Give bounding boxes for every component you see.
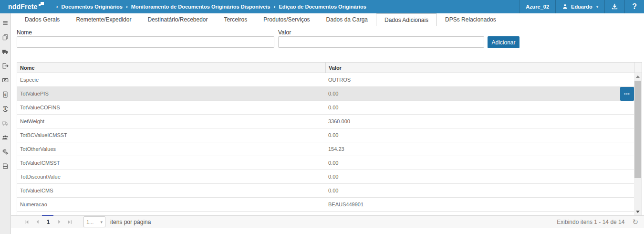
download-button[interactable]	[604, 0, 624, 13]
table-body: EspecieOUTROSTotValuePIS0.00•••TotValueC…	[17, 73, 642, 215]
tab-terceiros[interactable]: Terceiros	[216, 13, 256, 26]
sidebar-item-users[interactable]	[0, 130, 10, 145]
export-icon	[2, 63, 9, 69]
tabbar: Dados GeraisRemetente/ExpedidorDestinatá…	[11, 13, 644, 26]
tab-remetente-expedidor[interactable]: Remetente/Expedidor	[68, 13, 139, 26]
documents-icon	[2, 34, 9, 41]
column-header-valor[interactable]: Valor	[325, 63, 634, 73]
tab-dados-adicionais[interactable]: Dados Adicionais	[376, 13, 437, 26]
breadcrumb-chevron-icon: ›	[273, 3, 275, 10]
tab-dados-gerais[interactable]: Dados Gerais	[17, 13, 68, 26]
tab-destinat-rio-recebedor[interactable]: Destinatário/Recebedor	[139, 13, 216, 26]
help-icon: ?	[632, 2, 637, 11]
svg-text:$: $	[4, 107, 6, 111]
app-logo-text: nddFrete	[8, 0, 38, 13]
previous-page-button[interactable]	[32, 216, 42, 228]
truck-icon	[2, 48, 9, 55]
valor-input[interactable]	[278, 36, 484, 48]
cell-valor: 154.23	[325, 142, 642, 156]
table-row[interactable]: TotOtherValues154.23	[17, 142, 642, 156]
page-size-select[interactable]: 1... ▾	[83, 216, 105, 227]
scroll-down-button[interactable]	[634, 208, 642, 215]
scroll-down-arrow-icon	[636, 211, 640, 213]
table-row[interactable]: TotValueICMS0.00	[17, 184, 642, 198]
refresh-button[interactable]: ↻	[632, 218, 638, 225]
current-page[interactable]: 1	[42, 219, 54, 225]
cell-nome: TotValueICMS	[17, 184, 325, 197]
cell-nome: TotValueICMSST	[17, 156, 325, 170]
items-per-page-label: itens por página	[110, 219, 151, 225]
tab-produtos-servi-os[interactable]: Produtos/Serviços	[255, 13, 318, 26]
download-icon	[611, 3, 618, 11]
sidebar-item-currency-exchange[interactable]: $	[0, 102, 10, 116]
cell-nome: NetWeight	[17, 115, 325, 128]
cell-nome: TotDiscountValue	[17, 170, 325, 183]
cell-valor: 0.00	[325, 184, 642, 197]
table-row[interactable]: TotBCValueICMSST0.00	[17, 128, 642, 142]
sidebar-item-money[interactable]	[0, 73, 10, 87]
breadcrumb-item[interactable]: Edição de Documentos Originários	[279, 4, 366, 10]
table-row[interactable]: EspecieOUTROS	[17, 73, 642, 87]
current-page-indicator	[42, 215, 53, 216]
cell-nome: TotValueIPI	[17, 212, 325, 215]
tab-dpss-relacionados[interactable]: DPSs Relacionados	[437, 13, 504, 26]
cell-valor: 0.00	[325, 212, 642, 215]
table-row[interactable]: TotValueICMSST0.00	[17, 156, 642, 170]
journal-icon	[2, 163, 9, 170]
environment-badge[interactable]: Azure_02	[519, 0, 555, 13]
user-name: Eduardo	[571, 4, 592, 10]
help-button[interactable]: ?	[624, 0, 644, 13]
sidebar-item-documents[interactable]	[0, 30, 10, 44]
breadcrumb-item[interactable]: Monitoramento de Documentos Originários …	[131, 4, 270, 10]
table-row[interactable]: NumeracaoBEAUS449901	[17, 198, 642, 212]
pager-status: Exibindo itens 1 - 14 de 14	[557, 219, 624, 225]
sidebar-item-menu[interactable]	[0, 16, 10, 30]
pager: 1 1... ▾ itens por página Exibindo itens…	[11, 215, 644, 228]
nome-input[interactable]	[17, 36, 274, 48]
first-page-button[interactable]	[21, 216, 32, 228]
top-bar: nddFrete ›Documentos Originários›Monitor…	[0, 0, 644, 13]
sidebar-item-journal[interactable]	[0, 159, 10, 173]
table-row[interactable]: TotValueIPI0.00	[17, 212, 642, 215]
environment-label: Azure_02	[526, 4, 549, 10]
table-row[interactable]: TotValueCOFINS0.00	[17, 101, 642, 115]
breadcrumb: ›Documentos Originários›Monitoramento de…	[56, 3, 366, 10]
table-row[interactable]: NetWeight3360.000	[17, 115, 642, 128]
sidebar-item-invoice[interactable]: $	[0, 87, 10, 102]
sidebar-item-truck-outline[interactable]	[0, 116, 10, 130]
sidebar-item-export[interactable]	[0, 59, 10, 73]
breadcrumb-item[interactable]: Documentos Originários	[62, 4, 123, 10]
user-menu[interactable]: Eduardo ▾	[555, 0, 604, 13]
cell-valor: 0.00	[325, 101, 642, 114]
money-icon	[2, 77, 9, 84]
row-actions-button[interactable]: •••	[620, 87, 634, 101]
scroll-up-button[interactable]	[634, 73, 642, 80]
next-page-button[interactable]	[54, 216, 64, 228]
table-row[interactable]: TotDiscountValue0.00	[17, 170, 642, 184]
grid-header: Nome Valor	[17, 63, 642, 73]
page-size-value: 1...	[86, 219, 93, 225]
breadcrumb-chevron-icon: ›	[126, 3, 128, 10]
invoice-icon: $	[2, 91, 9, 98]
cell-valor: OUTROS	[325, 73, 642, 86]
app-logo[interactable]: nddFrete	[8, 0, 44, 13]
valor-label: Valor	[278, 29, 291, 36]
adicionar-button[interactable]: Adicionar	[488, 36, 519, 48]
chevron-down-icon: ▾	[596, 4, 599, 9]
header-filler-cell	[634, 63, 642, 73]
cell-valor: 0.00	[325, 87, 642, 100]
column-header-nome[interactable]: Nome	[17, 63, 325, 73]
sidebar-item-settings[interactable]	[0, 145, 10, 159]
nome-label: Nome	[17, 29, 32, 36]
sidebar-item-truck[interactable]	[0, 44, 10, 59]
vertical-scrollbar[interactable]	[634, 73, 642, 215]
tab-dados-da-carga[interactable]: Dados da Carga	[318, 13, 376, 26]
users-icon	[2, 134, 9, 141]
cell-nome: Numeracao	[17, 198, 325, 211]
scrollbar-thumb[interactable]	[634, 81, 641, 178]
last-page-button[interactable]	[64, 216, 75, 228]
truck-outline-icon	[2, 120, 9, 127]
cell-valor: 3360.000	[325, 115, 642, 128]
table-row[interactable]: TotValuePIS0.00•••	[17, 87, 642, 101]
cell-valor: 0.00	[325, 170, 642, 183]
